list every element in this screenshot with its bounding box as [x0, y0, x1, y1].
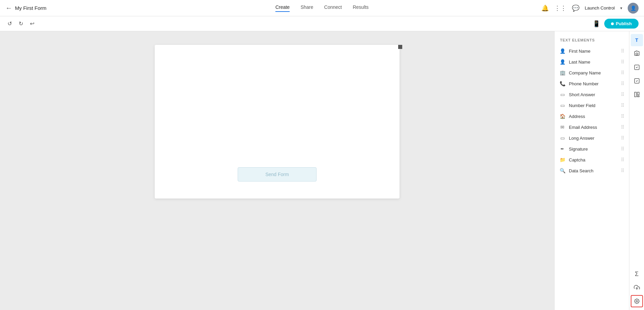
panel-item-signature[interactable]: ✒ Signature ⠿ [555, 143, 629, 154]
drag-handle-12[interactable]: ⠿ [621, 168, 624, 173]
phone-icon: 📞 [559, 81, 565, 86]
email-address-label: Email Address [569, 125, 597, 130]
form-title: My First Form [15, 5, 46, 11]
form-card: Send Form [155, 45, 400, 199]
email-icon: ✉ [559, 124, 565, 130]
camera-button[interactable] [631, 48, 643, 60]
nav-left: ← My First Form [5, 4, 46, 12]
avatar[interactable]: 👤 [628, 3, 639, 14]
drag-handle-11[interactable]: ⠿ [621, 157, 624, 162]
toolbar-right: 📱 Publish [593, 19, 639, 29]
drag-handle-4[interactable]: ⠿ [621, 81, 624, 86]
drag-handle-8[interactable]: ⠿ [621, 124, 624, 130]
svg-rect-3 [634, 92, 636, 97]
panel-item-long-answer[interactable]: ▭ Long Answer ⠿ [555, 133, 629, 143]
drag-handle-10[interactable]: ⠿ [621, 146, 624, 152]
building-icon: 🏢 [559, 70, 565, 75]
panel-item-first-name[interactable]: 👤 First Name ⠿ [555, 46, 629, 56]
panel-section-title: TEXT ELEMENTS [555, 35, 629, 46]
panel-item-number-field[interactable]: ▭ Number Field ⠿ [555, 100, 629, 111]
form-body [168, 58, 386, 160]
last-name-label: Last Name [569, 59, 590, 65]
tab-connect[interactable]: Connect [324, 4, 342, 12]
resize-handle[interactable] [398, 45, 402, 49]
panel-item-phone-number[interactable]: 📞 Phone Number ⠿ [555, 78, 629, 89]
history-button[interactable]: ↩ [28, 19, 36, 28]
first-name-label: First Name [569, 49, 591, 54]
long-answer-icon: ▭ [559, 135, 565, 141]
nav-right: 🔔 ⋮⋮ 💬 Launch Control ▾ 👤 [541, 3, 639, 14]
short-answer-icon: ▭ [559, 92, 565, 97]
drag-handle-7[interactable]: ⠿ [621, 114, 624, 119]
tab-share[interactable]: Share [301, 4, 313, 12]
form-wrapper: Send Form [155, 45, 400, 199]
panel-item-data-search[interactable]: 🔍 Data Search ⠿ [555, 165, 629, 176]
publish-label: Publish [616, 21, 632, 26]
panel-item-short-answer[interactable]: ▭ Short Answer ⠿ [555, 89, 629, 100]
multi-choice-button[interactable] [631, 75, 643, 87]
company-name-label: Company Name [569, 70, 601, 75]
gear-button[interactable] [631, 295, 643, 307]
svg-point-7 [636, 300, 638, 302]
redo-button[interactable]: ↻ [17, 19, 25, 28]
drag-handle[interactable]: ⠿ [621, 48, 624, 54]
drag-handle-9[interactable]: ⠿ [621, 135, 624, 141]
drag-handle-5[interactable]: ⠿ [621, 92, 624, 97]
address-label: Address [569, 114, 585, 119]
tab-results[interactable]: Results [353, 4, 369, 12]
phone-number-label: Phone Number [569, 81, 598, 86]
number-field-icon: ▭ [559, 103, 565, 108]
person-icon: 👤 [559, 48, 565, 54]
captcha-icon: 📁 [559, 157, 565, 162]
drag-handle-3[interactable]: ⠿ [621, 70, 624, 75]
form-submit-area: Send Form [168, 160, 386, 185]
number-field-label: Number Field [569, 103, 595, 108]
panel-item-email-address[interactable]: ✉ Email Address ⠿ [555, 122, 629, 133]
panel-section: TEXT ELEMENTS 👤 First Name ⠿ 👤 Last Name… [555, 31, 629, 310]
upload-button[interactable] [631, 281, 643, 294]
publish-dot [611, 22, 614, 25]
tab-create[interactable]: Create [275, 4, 290, 12]
mobile-preview-icon[interactable]: 📱 [593, 20, 600, 28]
layout-button[interactable] [631, 88, 643, 101]
drag-handle-2[interactable]: ⠿ [621, 59, 624, 65]
notification-icon[interactable]: 🔔 [541, 4, 549, 12]
svg-rect-4 [637, 92, 639, 95]
panel-item-company-name[interactable]: 🏢 Company Name ⠿ [555, 67, 629, 78]
grid-icon[interactable]: ⋮⋮ [554, 4, 566, 12]
top-nav: ← My First Form Create Share Connect Res… [0, 0, 644, 16]
back-button[interactable]: ← [5, 4, 12, 12]
submit-button[interactable]: Send Form [238, 167, 316, 182]
signature-icon: ✒ [559, 146, 565, 152]
canvas-area: Send Form [0, 31, 554, 310]
panel-item-address[interactable]: 🏠 Address ⠿ [555, 111, 629, 122]
person-icon-2: 👤 [559, 59, 565, 65]
undo-button[interactable]: ↺ [5, 19, 14, 28]
drag-handle-6[interactable]: ⠿ [621, 103, 624, 108]
panel-item-last-name[interactable]: 👤 Last Name ⠿ [555, 56, 629, 67]
nav-tabs: Create Share Connect Results [275, 4, 369, 12]
chat-icon[interactable]: 💬 [572, 4, 579, 12]
svg-rect-5 [637, 96, 639, 97]
checkbox-button[interactable] [631, 61, 643, 73]
svg-point-0 [636, 53, 638, 55]
user-dropdown-arrow[interactable]: ▾ [620, 6, 622, 11]
short-answer-label: Short Answer [569, 92, 595, 97]
captcha-label: Captcha [569, 157, 585, 162]
user-name[interactable]: Launch Control [585, 5, 615, 11]
icon-sidebar: T Σ [629, 31, 644, 310]
data-search-label: Data Search [569, 168, 593, 173]
toolbar-left: ↺ ↻ ↩ [5, 19, 36, 28]
right-panel: TEXT ELEMENTS 👤 First Name ⠿ 👤 Last Name… [554, 31, 629, 310]
sigma-button[interactable]: Σ [631, 268, 643, 280]
address-icon: 🏠 [559, 114, 565, 119]
signature-label: Signature [569, 147, 588, 152]
long-answer-label: Long Answer [569, 136, 594, 141]
text-elements-button[interactable]: T [631, 34, 643, 46]
panel-item-captcha[interactable]: 📁 Captcha ⠿ [555, 154, 629, 165]
search-icon: 🔍 [559, 168, 565, 173]
main-layout: Send Form TEXT ELEMENTS 👤 First Name ⠿ 👤… [0, 31, 644, 310]
publish-button[interactable]: Publish [604, 19, 639, 29]
toolbar: ↺ ↻ ↩ 📱 Publish [0, 16, 644, 31]
